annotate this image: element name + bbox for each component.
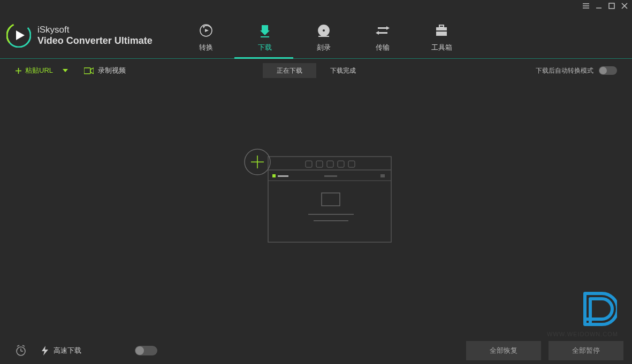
high-speed-group: 高速下载 bbox=[42, 346, 81, 355]
svg-rect-24 bbox=[436, 27, 447, 30]
nav-burn[interactable]: 刻录 bbox=[294, 18, 353, 52]
transfer-icon bbox=[375, 22, 391, 38]
toolbox-icon bbox=[433, 22, 450, 38]
plus-icon bbox=[15, 67, 22, 74]
svg-rect-41 bbox=[380, 174, 385, 177]
svg-rect-13 bbox=[262, 25, 268, 30]
main-nav: 转换 下载 刻录 bbox=[177, 18, 471, 52]
tab-label: 正在下载 bbox=[277, 66, 302, 75]
nav-transfer[interactable]: 传输 bbox=[353, 18, 412, 52]
svg-rect-18 bbox=[318, 36, 329, 37]
svg-rect-38 bbox=[272, 174, 276, 177]
svg-line-52 bbox=[17, 345, 19, 346]
convert-icon bbox=[198, 22, 214, 38]
auto-convert-label: 下载后自动转换模式 bbox=[536, 66, 593, 75]
download-list-area bbox=[0, 82, 632, 337]
menu-icon[interactable] bbox=[582, 2, 590, 10]
paste-url-button[interactable]: 粘贴URL bbox=[15, 66, 68, 75]
high-speed-label: 高速下载 bbox=[54, 346, 81, 355]
tab-downloading[interactable]: 正在下载 bbox=[263, 63, 316, 78]
svg-rect-39 bbox=[278, 175, 288, 177]
svg-rect-43 bbox=[322, 193, 340, 206]
download-toolbar: 粘贴URL 录制视频 正在下载 下载完成 下载后自动转换模式 bbox=[0, 59, 632, 82]
svg-rect-37 bbox=[348, 161, 355, 167]
tab-completed[interactable]: 下载完成 bbox=[316, 63, 370, 78]
nav-toolbox[interactable]: 工具箱 bbox=[412, 18, 471, 52]
app-logo-icon bbox=[6, 23, 31, 48]
app-footer: 高速下载 全部恢复 全部暂停 bbox=[0, 337, 632, 364]
nav-label: 工具箱 bbox=[431, 43, 452, 52]
svg-rect-4 bbox=[609, 3, 614, 9]
svg-marker-20 bbox=[386, 26, 390, 30]
brand: iSkysoft Video Converter Ultimate bbox=[0, 23, 177, 48]
svg-rect-36 bbox=[338, 161, 344, 167]
svg-rect-19 bbox=[378, 27, 386, 29]
auto-convert-toggle[interactable] bbox=[599, 66, 617, 75]
svg-marker-30 bbox=[90, 68, 94, 74]
close-button[interactable] bbox=[620, 2, 629, 10]
high-speed-toggle[interactable] bbox=[135, 346, 157, 355]
brand-line1: iSkysoft bbox=[37, 25, 153, 35]
resume-all-button[interactable]: 全部恢复 bbox=[466, 341, 541, 360]
svg-marker-54 bbox=[42, 346, 48, 355]
svg-rect-23 bbox=[439, 25, 444, 27]
svg-rect-34 bbox=[316, 161, 323, 167]
svg-point-17 bbox=[322, 29, 325, 32]
svg-marker-14 bbox=[260, 30, 270, 35]
record-label: 录制视频 bbox=[98, 66, 126, 75]
app-header: iSkysoft Video Converter Ultimate 转换 bbox=[0, 12, 632, 59]
svg-rect-21 bbox=[379, 32, 387, 34]
svg-marker-12 bbox=[205, 29, 209, 32]
nav-label: 刻录 bbox=[317, 43, 331, 52]
svg-rect-35 bbox=[327, 161, 333, 167]
button-label: 全部恢复 bbox=[490, 346, 517, 355]
svg-marker-22 bbox=[376, 31, 379, 35]
button-label: 全部暂停 bbox=[572, 346, 600, 355]
burn-icon bbox=[316, 22, 332, 38]
svg-rect-25 bbox=[436, 32, 447, 36]
svg-marker-9 bbox=[16, 30, 25, 40]
watermark-url: WWW.WEIDOWN.COM bbox=[547, 331, 618, 337]
svg-rect-33 bbox=[306, 161, 312, 167]
minimize-button[interactable] bbox=[595, 2, 603, 10]
chevron-down-icon[interactable] bbox=[63, 69, 68, 72]
brand-line2: Video Converter Ultimate bbox=[37, 35, 153, 47]
empty-state-illustration bbox=[236, 146, 397, 253]
tab-label: 下载完成 bbox=[330, 66, 356, 75]
nav-label: 转换 bbox=[199, 43, 213, 52]
window-titlebar bbox=[0, 0, 632, 12]
schedule-icon[interactable] bbox=[15, 345, 27, 357]
nav-download[interactable]: 下载 bbox=[235, 18, 294, 52]
paste-url-label: 粘贴URL bbox=[25, 66, 53, 75]
svg-rect-31 bbox=[268, 157, 391, 242]
bolt-icon bbox=[42, 346, 48, 355]
nav-label: 传输 bbox=[376, 43, 390, 52]
svg-rect-29 bbox=[84, 68, 90, 74]
svg-rect-40 bbox=[324, 175, 337, 177]
nav-label: 下载 bbox=[258, 43, 272, 52]
svg-line-53 bbox=[22, 345, 25, 346]
download-icon bbox=[257, 22, 273, 38]
svg-rect-15 bbox=[261, 36, 269, 37]
nav-convert[interactable]: 转换 bbox=[177, 18, 235, 52]
maximize-button[interactable] bbox=[607, 2, 616, 10]
svg-marker-28 bbox=[63, 69, 68, 72]
watermark-logo-icon bbox=[575, 288, 617, 332]
pause-all-button[interactable]: 全部暂停 bbox=[549, 341, 623, 360]
camera-icon bbox=[84, 67, 94, 74]
record-video-button[interactable]: 录制视频 bbox=[84, 66, 126, 75]
download-status-tabs: 正在下载 下载完成 bbox=[263, 63, 370, 78]
